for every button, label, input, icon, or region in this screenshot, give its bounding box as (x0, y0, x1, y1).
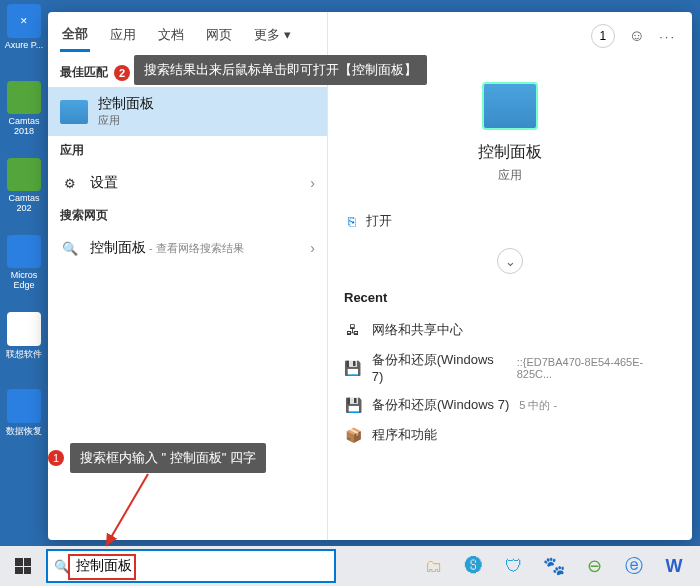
desktop-icon[interactable]: Camtas 202 (4, 158, 44, 213)
badge-1: 1 (48, 450, 64, 466)
taskbar-tray: 🗂 🅢 🛡 🐾 ⊖ ⓔ W (414, 546, 700, 586)
desktop-icon[interactable]: Micros Edge (4, 235, 44, 290)
recent-item[interactable]: 💾备份和还原(Windows 7)::{ED7BA470-8E54-465E-8… (344, 345, 676, 390)
tab-all[interactable]: 全部 (60, 19, 90, 52)
open-icon: ⎘ (348, 214, 356, 229)
desktop-icon[interactable]: 数据恢复 (4, 389, 44, 444)
search-input[interactable] (76, 558, 328, 574)
control-panel-icon (60, 100, 88, 124)
callout-2: 搜索结果出来后鼠标单击即可打开【控制面板】 (134, 55, 427, 85)
feedback-icon[interactable]: ☺ (629, 27, 645, 45)
detail-title: 控制面板 (344, 142, 676, 163)
recent-item[interactable]: 🖧网络和共享中心 (344, 315, 676, 345)
windows-logo-icon (15, 558, 31, 574)
network-icon: 🖧 (344, 321, 362, 339)
search-icon: 🔍 (60, 238, 80, 258)
open-button[interactable]: ⎘ 打开 (344, 202, 676, 240)
desktop-icon[interactable]: 联想软件 (4, 312, 44, 367)
more-icon[interactable]: ··· (659, 29, 676, 44)
result-web-search[interactable]: 🔍 控制面板 - 查看网络搜索结果 › (48, 230, 327, 266)
desktop-icons: ✕Axure P... Camtas 2018 Camtas 202 Micro… (0, 0, 48, 560)
callout-1: 1 搜索框内输入 " 控制面板" 四字 (70, 443, 266, 473)
chevron-right-icon: › (310, 240, 315, 256)
desktop-icon[interactable]: Camtas 2018 (4, 81, 44, 136)
recent-header: Recent (344, 290, 676, 305)
expand-button[interactable]: ⌄ (497, 248, 523, 274)
gear-icon: ⚙ (60, 173, 80, 193)
tab-more[interactable]: 更多 ▾ (252, 20, 293, 50)
result-settings[interactable]: ⚙ 设置 › (48, 165, 327, 201)
apps-header: 应用 (48, 136, 327, 165)
tab-apps[interactable]: 应用 (108, 20, 138, 50)
search-tabs: 全部 应用 文档 网页 更多 ▾ (48, 12, 327, 58)
tab-docs[interactable]: 文档 (156, 20, 186, 50)
tray-ie-icon[interactable]: ⓔ (614, 546, 654, 586)
backup-icon: 💾 (344, 359, 362, 377)
notification-badge[interactable]: 1 (591, 24, 615, 48)
tray-browser-icon[interactable]: ⊖ (574, 546, 614, 586)
result-control-panel[interactable]: 控制面板 应用 (48, 87, 327, 136)
recent-item[interactable]: 📦程序和功能 (344, 420, 676, 450)
tray-shield-icon[interactable]: 🛡 (494, 546, 534, 586)
start-button[interactable] (0, 546, 46, 586)
detail-subtitle: 应用 (344, 167, 676, 184)
tray-baidu-icon[interactable]: 🐾 (534, 546, 574, 586)
badge-2: 2 (114, 65, 130, 81)
detail-column: 1 ☺ ··· 控制面板 应用 ⎘ 打开 ⌄ Recent 🖧网络和共享中心 💾… (328, 12, 692, 540)
backup-icon: 💾 (344, 396, 362, 414)
tray-word-icon[interactable]: W (654, 546, 694, 586)
tray-folder-icon[interactable]: 🗂 (414, 546, 454, 586)
control-panel-large-icon (482, 82, 538, 130)
tray-skype-icon[interactable]: 🅢 (454, 546, 494, 586)
search-icon: 🔍 (54, 559, 70, 574)
desktop-icon[interactable]: ✕Axure P... (4, 4, 44, 59)
web-header: 搜索网页 (48, 201, 327, 230)
taskbar: 🔍 🗂 🅢 🛡 🐾 ⊖ ⓔ W (0, 546, 700, 586)
recent-item[interactable]: 💾备份和还原(Windows 7)5 中的 - (344, 390, 676, 420)
chevron-right-icon: › (310, 175, 315, 191)
programs-icon: 📦 (344, 426, 362, 444)
taskbar-search[interactable]: 🔍 (46, 549, 336, 583)
tab-web[interactable]: 网页 (204, 20, 234, 50)
